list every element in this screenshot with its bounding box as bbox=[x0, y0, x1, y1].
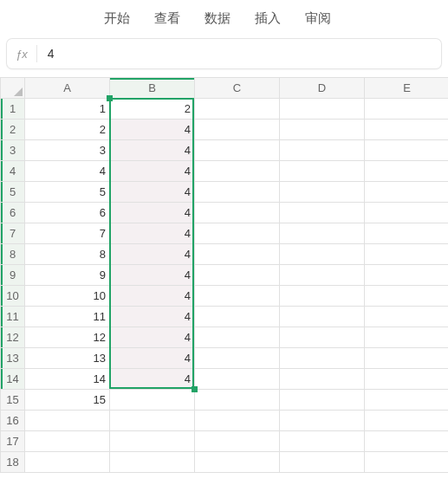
cell-C1[interactable] bbox=[195, 99, 280, 120]
cell-C18[interactable] bbox=[195, 452, 280, 473]
cell-E6[interactable] bbox=[365, 203, 449, 223]
row-header[interactable]: 14 bbox=[1, 369, 25, 390]
cell-E9[interactable] bbox=[365, 265, 449, 286]
row-header[interactable]: 18 bbox=[1, 452, 25, 473]
cell-C16[interactable] bbox=[195, 411, 280, 431]
cell-D14[interactable] bbox=[280, 369, 365, 390]
cell-C8[interactable] bbox=[195, 244, 280, 265]
row-header[interactable]: 17 bbox=[1, 431, 25, 452]
row-header[interactable]: 10 bbox=[1, 286, 25, 307]
cell-B18[interactable] bbox=[110, 452, 195, 473]
cell-A5[interactable]: 5 bbox=[25, 182, 110, 203]
cell-D17[interactable] bbox=[280, 431, 365, 452]
row-header[interactable]: 8 bbox=[1, 244, 25, 265]
col-header-C[interactable]: C bbox=[195, 78, 280, 99]
cell-B7[interactable]: 4 bbox=[110, 223, 195, 244]
cell-E10[interactable] bbox=[365, 286, 449, 307]
cell-C15[interactable] bbox=[195, 390, 280, 411]
row-header[interactable]: 2 bbox=[1, 120, 25, 140]
cell-D11[interactable] bbox=[280, 307, 365, 327]
cell-C3[interactable] bbox=[195, 140, 280, 161]
spreadsheet-grid[interactable]: ABCDE 1122243344445546647748849941010411… bbox=[0, 77, 448, 473]
menu-item-start[interactable]: 开始 bbox=[104, 10, 130, 27]
cell-E16[interactable] bbox=[365, 411, 449, 431]
cell-B10[interactable]: 4 bbox=[110, 286, 195, 307]
cell-B17[interactable] bbox=[110, 431, 195, 452]
cell-C10[interactable] bbox=[195, 286, 280, 307]
cell-A14[interactable]: 14 bbox=[25, 369, 110, 390]
cell-A9[interactable]: 9 bbox=[25, 265, 110, 286]
cell-A8[interactable]: 8 bbox=[25, 244, 110, 265]
cell-B8[interactable]: 4 bbox=[110, 244, 195, 265]
cell-A11[interactable]: 11 bbox=[25, 307, 110, 327]
cell-A18[interactable] bbox=[25, 452, 110, 473]
cell-B3[interactable]: 4 bbox=[110, 140, 195, 161]
menu-item-view[interactable]: 查看 bbox=[154, 10, 180, 27]
row-header[interactable]: 3 bbox=[1, 140, 25, 161]
menu-item-data[interactable]: 数据 bbox=[205, 10, 230, 27]
cell-B13[interactable]: 4 bbox=[110, 348, 195, 369]
cell-D18[interactable] bbox=[280, 452, 365, 473]
cell-B11[interactable]: 4 bbox=[110, 307, 195, 327]
cell-B5[interactable]: 4 bbox=[110, 182, 195, 203]
cell-A17[interactable] bbox=[25, 431, 110, 452]
cell-A6[interactable]: 6 bbox=[25, 203, 110, 223]
cell-C14[interactable] bbox=[195, 369, 280, 390]
cell-E18[interactable] bbox=[365, 452, 449, 473]
cell-C6[interactable] bbox=[195, 203, 280, 223]
row-header[interactable]: 4 bbox=[1, 161, 25, 182]
cell-D16[interactable] bbox=[280, 411, 365, 431]
cell-A13[interactable]: 13 bbox=[25, 348, 110, 369]
cell-C7[interactable] bbox=[195, 223, 280, 244]
select-all-corner[interactable] bbox=[1, 78, 25, 99]
cell-E2[interactable] bbox=[365, 120, 449, 140]
formula-input[interactable]: 4 bbox=[37, 47, 65, 61]
cell-A3[interactable]: 3 bbox=[25, 140, 110, 161]
cell-D3[interactable] bbox=[280, 140, 365, 161]
selection-handle-top[interactable] bbox=[107, 95, 113, 101]
cell-E14[interactable] bbox=[365, 369, 449, 390]
cell-E17[interactable] bbox=[365, 431, 449, 452]
row-header[interactable]: 1 bbox=[1, 99, 25, 120]
cell-A1[interactable]: 1 bbox=[25, 99, 110, 120]
cell-A15[interactable]: 15 bbox=[25, 390, 110, 411]
cell-B1[interactable]: 2 bbox=[110, 99, 195, 120]
menu-item-insert[interactable]: 插入 bbox=[255, 10, 281, 27]
row-header[interactable]: 11 bbox=[1, 307, 25, 327]
row-header[interactable]: 5 bbox=[1, 182, 25, 203]
cell-C11[interactable] bbox=[195, 307, 280, 327]
cell-E3[interactable] bbox=[365, 140, 449, 161]
cell-E13[interactable] bbox=[365, 348, 449, 369]
cell-B2[interactable]: 4 bbox=[110, 120, 195, 140]
col-header-E[interactable]: E bbox=[365, 78, 449, 99]
cell-B4[interactable]: 4 bbox=[110, 161, 195, 182]
cell-D15[interactable] bbox=[280, 390, 365, 411]
cell-E1[interactable] bbox=[365, 99, 449, 120]
cell-D4[interactable] bbox=[280, 161, 365, 182]
col-header-A[interactable]: A bbox=[25, 78, 110, 99]
cell-B9[interactable]: 4 bbox=[110, 265, 195, 286]
cell-C13[interactable] bbox=[195, 348, 280, 369]
row-header[interactable]: 15 bbox=[1, 390, 25, 411]
cell-C2[interactable] bbox=[195, 120, 280, 140]
cell-D6[interactable] bbox=[280, 203, 365, 223]
row-header[interactable]: 9 bbox=[1, 265, 25, 286]
row-header[interactable]: 13 bbox=[1, 348, 25, 369]
cell-C17[interactable] bbox=[195, 431, 280, 452]
cell-D2[interactable] bbox=[280, 120, 365, 140]
cell-E5[interactable] bbox=[365, 182, 449, 203]
cell-B12[interactable]: 4 bbox=[110, 327, 195, 348]
cell-B16[interactable] bbox=[110, 411, 195, 431]
row-header[interactable]: 7 bbox=[1, 223, 25, 244]
cell-D12[interactable] bbox=[280, 327, 365, 348]
cell-D7[interactable] bbox=[280, 223, 365, 244]
menu-item-review[interactable]: 审阅 bbox=[305, 10, 331, 27]
cell-A2[interactable]: 2 bbox=[25, 120, 110, 140]
cell-E11[interactable] bbox=[365, 307, 449, 327]
cell-D1[interactable] bbox=[280, 99, 365, 120]
cell-E4[interactable] bbox=[365, 161, 449, 182]
cell-C5[interactable] bbox=[195, 182, 280, 203]
cell-C4[interactable] bbox=[195, 161, 280, 182]
cell-B6[interactable]: 4 bbox=[110, 203, 195, 223]
cell-D10[interactable] bbox=[280, 286, 365, 307]
